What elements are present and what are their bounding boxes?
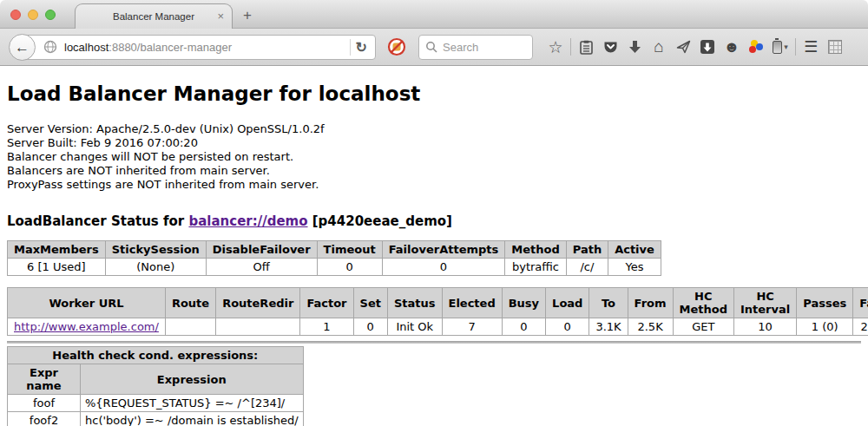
worker-status-table: Worker URL Route RouteRedir Factor Set S… bbox=[7, 287, 868, 336]
cell-set: 0 bbox=[353, 318, 387, 336]
minimize-window-button[interactable] bbox=[28, 10, 38, 20]
toolbar-icons: ☆ ⌂ ☻ bbox=[543, 37, 847, 57]
search-icon bbox=[425, 41, 437, 53]
url-text: localhost:8880/balancer-manager bbox=[64, 41, 345, 54]
search-input[interactable] bbox=[443, 41, 521, 54]
table-header-row: MaxMembers StickySession DisableFailover… bbox=[8, 241, 661, 259]
send-tab-icon[interactable] bbox=[671, 40, 695, 54]
cell-busy: 0 bbox=[502, 318, 545, 336]
hamburger-menu-icon[interactable]: ☰ bbox=[799, 37, 823, 56]
col-load: Load bbox=[546, 288, 589, 318]
navigation-toolbar: ← localhost:8880/balancer-manager ↻ ☆ bbox=[0, 29, 868, 66]
color-dots-extension-icon[interactable] bbox=[744, 40, 768, 54]
new-tab-button[interactable]: + bbox=[243, 7, 252, 24]
cell-timeout: 0 bbox=[317, 259, 382, 276]
proxypass-notice-line: ProxyPass settings are NOT inherited fro… bbox=[7, 178, 861, 192]
extension-grid-icon[interactable] bbox=[823, 40, 847, 54]
battery-shape bbox=[773, 41, 782, 54]
heading-prefix: LoadBalancer Status for bbox=[7, 213, 188, 229]
tab-balancer-manager[interactable]: Balancer Manager × bbox=[75, 3, 233, 29]
cell-expr-name: foof2 bbox=[8, 412, 81, 426]
grid-shape bbox=[828, 40, 842, 54]
window-controls bbox=[10, 10, 56, 20]
persist-notice-line: Balancer changes will NOT be persisted o… bbox=[7, 150, 861, 164]
bookmark-star-icon[interactable]: ☆ bbox=[543, 37, 568, 57]
col-stickysession: StickySession bbox=[105, 241, 206, 259]
back-button[interactable]: ← bbox=[9, 34, 36, 61]
toolbar-divider-2 bbox=[795, 38, 796, 56]
downloads-icon[interactable] bbox=[622, 40, 647, 54]
col-route: Route bbox=[165, 288, 215, 318]
cell-worker-url: http://www.example.com/ bbox=[8, 318, 166, 336]
cell-hc-interval: 10 bbox=[733, 318, 796, 336]
cell-factor: 1 bbox=[300, 318, 353, 336]
col-path: Path bbox=[566, 241, 608, 259]
cell-failoverattempts: 0 bbox=[382, 259, 505, 276]
cell-load: 0 bbox=[546, 318, 589, 336]
zoom-window-button[interactable] bbox=[45, 10, 56, 20]
server-info: Server Version: Apache/2.5.0-dev (Unix) … bbox=[7, 122, 861, 192]
table-header-row: Expr name Expression bbox=[8, 364, 304, 395]
balancer-status-table: MaxMembers StickySession DisableFailover… bbox=[7, 240, 661, 276]
cell-active: Yes bbox=[608, 259, 661, 276]
balancer-demo-link[interactable]: balancer://demo bbox=[188, 213, 307, 229]
reload-button[interactable]: ↻ bbox=[356, 39, 375, 56]
cell-hc-method: GET bbox=[673, 318, 733, 336]
col-elected: Elected bbox=[442, 288, 502, 318]
col-disablefailover: DisableFailover bbox=[206, 241, 317, 259]
battery-extension-icon[interactable]: ▾ bbox=[768, 41, 792, 54]
health-table-title: Health check cond. expressions: bbox=[8, 347, 304, 364]
tab-title: Balancer Manager bbox=[113, 11, 194, 22]
col-failoverattempts: FailoverAttempts bbox=[382, 241, 505, 259]
heading-suffix: [p4420eeae_demo] bbox=[308, 213, 452, 229]
col-from: From bbox=[628, 288, 673, 318]
browser-window: Balancer Manager × + ← localhost:8880/ba… bbox=[0, 0, 868, 426]
col-status: Status bbox=[387, 288, 442, 318]
back-arrow-icon: ← bbox=[15, 40, 30, 55]
table-title-row: Health check cond. expressions: bbox=[8, 347, 304, 364]
col-passes: Passes bbox=[797, 288, 853, 318]
cell-stickysession: (None) bbox=[105, 259, 206, 276]
emoji-extension-icon[interactable]: ☻ bbox=[720, 38, 744, 56]
url-host: localhost bbox=[64, 41, 108, 54]
health-check-table: Health check cond. expressions: Expr nam… bbox=[7, 346, 304, 426]
col-busy: Busy bbox=[502, 288, 545, 318]
col-active: Active bbox=[608, 241, 661, 259]
cell-to: 3.1K bbox=[589, 318, 628, 336]
close-tab-icon[interactable]: × bbox=[217, 10, 224, 23]
color-dots bbox=[748, 40, 764, 54]
server-built-line: Server Built: Feb 9 2016 07:00:20 bbox=[7, 136, 861, 150]
col-method: Method bbox=[505, 241, 566, 259]
cell-routeredir bbox=[216, 318, 300, 336]
worker-url-link[interactable]: http://www.example.com/ bbox=[14, 320, 159, 333]
cell-maxmembers: 6 [1 Used] bbox=[8, 259, 106, 276]
url-bar[interactable]: localhost:8880/balancer-manager ↻ bbox=[22, 35, 376, 60]
cell-method: bytraffic bbox=[505, 259, 566, 276]
video-download-square bbox=[700, 40, 714, 54]
url-divider bbox=[350, 39, 351, 56]
col-set: Set bbox=[353, 288, 387, 318]
home-icon[interactable]: ⌂ bbox=[647, 37, 671, 56]
table-row: foof2 hc('body') =~ /domain is establish… bbox=[8, 412, 304, 426]
page-title: Load Balancer Manager for localhost bbox=[7, 82, 861, 105]
cell-elected: 7 bbox=[442, 318, 502, 336]
cell-passes: 1 (0) bbox=[797, 318, 853, 336]
search-bar[interactable] bbox=[418, 35, 533, 60]
col-routeredir: RouteRedir bbox=[216, 288, 300, 318]
cell-route bbox=[165, 318, 215, 336]
tab-bar: Balancer Manager × + bbox=[0, 0, 868, 29]
section-divider bbox=[7, 341, 861, 344]
col-to: To bbox=[589, 288, 628, 318]
cell-expr-name: foof bbox=[8, 395, 81, 412]
video-download-icon[interactable] bbox=[695, 40, 720, 54]
cell-expression: %{REQUEST_STATUS} =~ /^[234]/ bbox=[81, 395, 304, 412]
col-timeout: Timeout bbox=[317, 241, 382, 259]
close-window-button[interactable] bbox=[10, 10, 21, 20]
content-blocker-icon[interactable] bbox=[387, 37, 406, 56]
chevron-down-icon: ▾ bbox=[784, 43, 788, 51]
table-row: 6 [1 Used] (None) Off 0 0 bytraffic /c/ … bbox=[8, 259, 661, 276]
loadbalancer-status-heading: LoadBalancer Status for balancer://demo … bbox=[7, 213, 861, 229]
reading-list-clipboard-icon[interactable] bbox=[574, 40, 598, 55]
pocket-icon[interactable] bbox=[598, 40, 622, 54]
cell-from: 2.5K bbox=[628, 318, 673, 336]
